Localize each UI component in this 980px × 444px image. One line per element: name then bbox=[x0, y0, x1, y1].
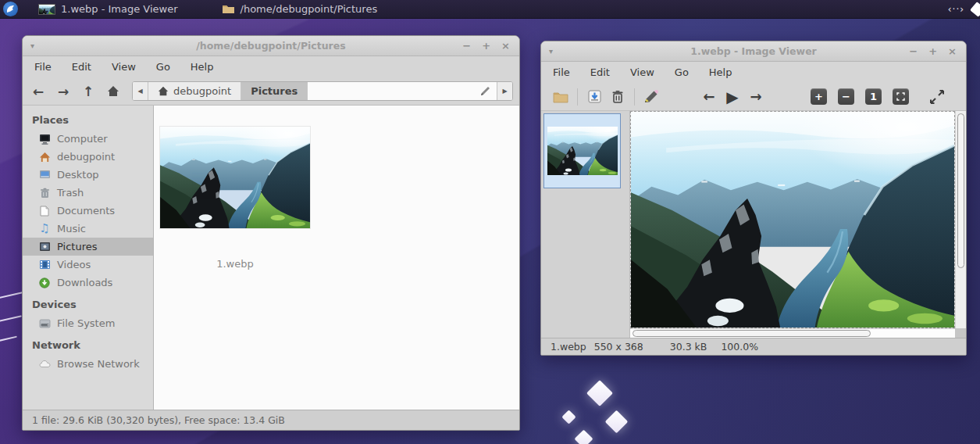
file-manager-toolbar: ← → ↑ ◀ debugpoint Pictures bbox=[23, 77, 519, 106]
menu-go[interactable]: Go bbox=[156, 61, 170, 73]
thumbnail-pane[interactable] bbox=[541, 111, 630, 338]
save-button[interactable] bbox=[583, 86, 606, 108]
file-thumbnail bbox=[160, 127, 310, 228]
toolbar-separator bbox=[577, 88, 578, 106]
window-menu-icon[interactable]: ▾ bbox=[23, 41, 42, 50]
vertical-scrollbar-thumb[interactable] bbox=[957, 113, 964, 268]
start-menu-button[interactable] bbox=[3, 2, 18, 16]
music-icon: ♫ bbox=[38, 223, 51, 235]
up-button[interactable]: ↑ bbox=[77, 81, 99, 102]
zoom-out-button[interactable]: − bbox=[838, 88, 854, 105]
home-icon bbox=[158, 86, 169, 96]
file-manager-titlebar[interactable]: ▾ /home/debugpoint/Pictures − + × bbox=[23, 36, 519, 56]
menu-view[interactable]: View bbox=[112, 61, 136, 73]
path-edit-button[interactable] bbox=[473, 82, 497, 100]
horizontal-scrollbar[interactable] bbox=[630, 328, 955, 338]
menu-file[interactable]: File bbox=[34, 61, 52, 73]
thumbnail-selected[interactable] bbox=[543, 113, 621, 188]
menu-help[interactable]: Help bbox=[191, 61, 214, 73]
menu-help[interactable]: Help bbox=[709, 66, 732, 78]
menu-go[interactable]: Go bbox=[675, 66, 689, 78]
menu-view[interactable]: View bbox=[630, 66, 654, 78]
sidebar-item-trash[interactable]: Trash bbox=[23, 184, 153, 202]
next-image-button[interactable]: → bbox=[744, 86, 768, 108]
zoom-in-button[interactable]: + bbox=[811, 88, 827, 105]
sidebar-item-documents[interactable]: Documents bbox=[23, 202, 153, 220]
forward-button[interactable]: → bbox=[52, 81, 74, 102]
back-button[interactable]: ← bbox=[27, 81, 49, 102]
image-viewer-titlebar[interactable]: ▾ 1.webp - Image Viewer − + × bbox=[541, 41, 966, 62]
path-segment-pictures[interactable]: Pictures bbox=[241, 82, 308, 100]
home-button[interactable] bbox=[102, 81, 124, 102]
delete-button[interactable] bbox=[606, 86, 629, 108]
path-scroll-left-button[interactable]: ◀ bbox=[133, 82, 148, 100]
sidebar-item-pictures[interactable]: Pictures bbox=[23, 238, 153, 256]
taskbar: 1.webp - Image Viewer /home/debugpoint/P… bbox=[0, 0, 980, 19]
sidebar-item-label: Computer bbox=[57, 133, 108, 145]
play-slideshow-button[interactable]: ▶ bbox=[721, 86, 744, 108]
zoom-fit-button[interactable] bbox=[893, 88, 909, 105]
sidebar-header-devices: Devices bbox=[23, 295, 153, 314]
image-viewer-window: ▾ 1.webp - Image Viewer − + × File Edit … bbox=[540, 41, 967, 356]
file-manager-title: /home/debugpoint/Pictures bbox=[23, 40, 519, 52]
image-viewer-toolbar: ← ▶ → + − 1 bbox=[541, 83, 966, 111]
horizontal-scrollbar-thumb[interactable] bbox=[633, 330, 871, 337]
home-icon bbox=[38, 151, 51, 163]
sidebar-header-places: Places bbox=[23, 110, 153, 130]
sidebar-item-desktop[interactable]: Desktop bbox=[23, 166, 153, 184]
sidebar-item-browse-network[interactable]: Browse Network bbox=[23, 355, 153, 373]
network-tray-icon[interactable]: ‹··› bbox=[948, 4, 964, 15]
status-text: 1 file: 29.6 KiB (30,320 bytes), Free sp… bbox=[32, 414, 285, 426]
status-filesize: 30.3 kB bbox=[670, 341, 707, 353]
vertical-scrollbar[interactable] bbox=[955, 111, 966, 328]
sidebar-item-music[interactable]: ♫ Music bbox=[23, 220, 153, 238]
sidebar-item-label: Downloads bbox=[57, 277, 112, 288]
file-name-label: 1.webp bbox=[160, 258, 310, 270]
network-cloud-icon bbox=[38, 358, 51, 371]
desktop: 1.webp - Image Viewer /home/debugpoint/P… bbox=[0, 0, 980, 444]
file-list-view[interactable]: 1.webp bbox=[154, 106, 519, 410]
folder-icon bbox=[553, 91, 568, 103]
status-zoom-level: 100.0% bbox=[721, 341, 758, 353]
file-manager-menubar: File Edit View Go Help bbox=[23, 56, 519, 77]
taskbar-item-label: 1.webp - Image Viewer bbox=[61, 3, 178, 15]
menu-edit[interactable]: Edit bbox=[72, 61, 91, 73]
maximize-button[interactable]: + bbox=[928, 45, 937, 57]
path-segment-home[interactable]: debugpoint bbox=[148, 82, 241, 100]
open-folder-button[interactable] bbox=[549, 86, 572, 108]
sidebar-item-label: Music bbox=[57, 223, 86, 235]
menu-file[interactable]: File bbox=[553, 66, 570, 78]
status-dimensions: 550 x 368 bbox=[594, 341, 643, 353]
image-viewer-statusbar: 1.webp 550 x 368 30.3 kB 100.0% bbox=[541, 338, 966, 355]
maximize-button[interactable]: + bbox=[482, 40, 490, 52]
distro-logo-icon bbox=[5, 4, 16, 14]
minimize-button[interactable]: − bbox=[462, 40, 471, 52]
file-1webp[interactable]: 1.webp bbox=[160, 127, 310, 270]
sidebar-item-videos[interactable]: Videos bbox=[23, 256, 153, 274]
desktop-icon bbox=[38, 169, 51, 181]
close-button[interactable]: × bbox=[948, 45, 957, 57]
zoom-original-button[interactable]: 1 bbox=[865, 88, 882, 105]
path-bar: ◀ debugpoint Pictures ▶ bbox=[132, 81, 513, 101]
sidebar-item-computer[interactable]: Computer bbox=[23, 130, 153, 148]
places-sidebar: Places Computer debugpoint bbox=[23, 106, 154, 410]
close-button[interactable]: × bbox=[501, 40, 510, 52]
main-image-view[interactable] bbox=[630, 111, 955, 328]
window-menu-icon[interactable]: ▾ bbox=[541, 47, 561, 56]
sidebar-item-debugpoint[interactable]: debugpoint bbox=[23, 148, 153, 166]
sidebar-item-file-system[interactable]: File System bbox=[23, 314, 153, 332]
minimize-button[interactable]: − bbox=[909, 45, 918, 57]
sidebar-header-network: Network bbox=[23, 335, 153, 355]
edit-image-button[interactable] bbox=[640, 86, 663, 108]
path-scroll-right-button[interactable]: ▶ bbox=[497, 82, 512, 100]
fullscreen-button[interactable] bbox=[925, 86, 949, 108]
taskbar-item-image-viewer[interactable]: 1.webp - Image Viewer bbox=[27, 0, 189, 19]
wallpaper-diamond bbox=[561, 410, 576, 424]
save-icon bbox=[587, 89, 602, 104]
taskbar-item-file-manager[interactable]: /home/debugpoint/Pictures bbox=[211, 0, 389, 19]
taskbar-item-label: /home/debugpoint/Pictures bbox=[241, 3, 378, 15]
menu-edit[interactable]: Edit bbox=[590, 66, 610, 78]
previous-image-button[interactable]: ← bbox=[697, 86, 721, 108]
sidebar-item-downloads[interactable]: Downloads bbox=[23, 274, 153, 292]
downloads-icon bbox=[38, 277, 51, 289]
